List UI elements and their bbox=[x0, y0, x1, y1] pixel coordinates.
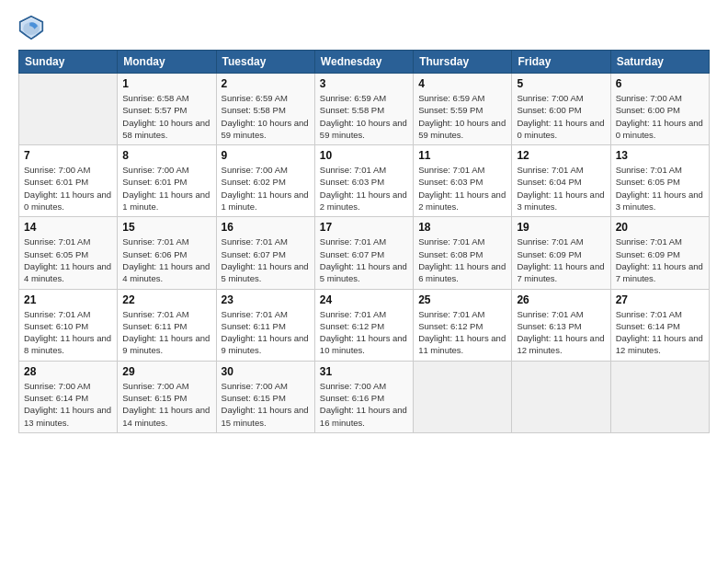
day-info: Sunrise: 7:00 AMSunset: 6:01 PMDaylight:… bbox=[122, 164, 210, 213]
day-number: 26 bbox=[517, 293, 605, 306]
calendar-cell: 16Sunrise: 7:01 AMSunset: 6:07 PMDayligh… bbox=[216, 217, 314, 289]
day-number: 10 bbox=[320, 149, 408, 162]
weekday-header-thursday: Thursday bbox=[414, 51, 512, 74]
calendar-cell bbox=[414, 361, 512, 432]
calendar-cell: 4Sunrise: 6:59 AMSunset: 5:59 PMDaylight… bbox=[414, 74, 512, 145]
calendar-cell: 5Sunrise: 7:00 AMSunset: 6:00 PMDaylight… bbox=[512, 74, 610, 145]
day-number: 29 bbox=[122, 365, 210, 378]
day-number: 16 bbox=[222, 221, 310, 234]
day-info: Sunrise: 7:00 AMSunset: 6:15 PMDaylight:… bbox=[122, 380, 210, 429]
day-info: Sunrise: 7:01 AMSunset: 6:11 PMDaylight:… bbox=[222, 308, 310, 357]
day-number: 1 bbox=[122, 77, 210, 90]
calendar-cell: 12Sunrise: 7:01 AMSunset: 6:04 PMDayligh… bbox=[512, 145, 610, 217]
weekday-header-monday: Monday bbox=[118, 51, 216, 74]
calendar-table: SundayMondayTuesdayWednesdayThursdayFrid… bbox=[18, 50, 710, 433]
day-info: Sunrise: 7:01 AMSunset: 6:07 PMDaylight:… bbox=[320, 236, 408, 284]
calendar-cell: 21Sunrise: 7:01 AMSunset: 6:10 PMDayligh… bbox=[19, 289, 118, 361]
day-number: 3 bbox=[320, 77, 408, 90]
calendar-cell: 17Sunrise: 7:01 AMSunset: 6:07 PMDayligh… bbox=[314, 217, 413, 289]
calendar-cell: 27Sunrise: 7:01 AMSunset: 6:14 PMDayligh… bbox=[610, 289, 709, 361]
day-info: Sunrise: 7:01 AMSunset: 6:14 PMDaylight:… bbox=[616, 308, 704, 357]
calendar-cell: 31Sunrise: 7:00 AMSunset: 6:16 PMDayligh… bbox=[314, 361, 413, 432]
day-info: Sunrise: 6:59 AMSunset: 5:58 PMDaylight:… bbox=[222, 92, 310, 141]
calendar-cell: 10Sunrise: 7:01 AMSunset: 6:03 PMDayligh… bbox=[314, 145, 413, 217]
day-number: 19 bbox=[517, 221, 605, 234]
day-info: Sunrise: 7:01 AMSunset: 6:03 PMDaylight:… bbox=[320, 164, 408, 213]
calendar-cell bbox=[19, 74, 118, 145]
day-info: Sunrise: 7:00 AMSunset: 6:02 PMDaylight:… bbox=[222, 164, 310, 213]
day-number: 14 bbox=[24, 221, 112, 234]
weekday-header-tuesday: Tuesday bbox=[216, 51, 314, 74]
page: SundayMondayTuesdayWednesdayThursdayFrid… bbox=[0, 0, 728, 442]
calendar-cell: 6Sunrise: 7:00 AMSunset: 6:00 PMDaylight… bbox=[610, 74, 709, 145]
day-number: 22 bbox=[122, 293, 210, 306]
calendar-cell: 1Sunrise: 6:58 AMSunset: 5:57 PMDaylight… bbox=[118, 74, 216, 145]
calendar-cell: 18Sunrise: 7:01 AMSunset: 6:08 PMDayligh… bbox=[414, 217, 512, 289]
day-number: 30 bbox=[222, 365, 310, 378]
day-number: 28 bbox=[24, 365, 112, 378]
day-info: Sunrise: 7:01 AMSunset: 6:10 PMDaylight:… bbox=[24, 308, 112, 357]
day-info: Sunrise: 7:01 AMSunset: 6:05 PMDaylight:… bbox=[616, 164, 704, 213]
day-info: Sunrise: 6:59 AMSunset: 5:59 PMDaylight:… bbox=[418, 92, 506, 141]
calendar-cell: 7Sunrise: 7:00 AMSunset: 6:01 PMDaylight… bbox=[19, 145, 118, 217]
day-number: 2 bbox=[222, 77, 310, 90]
day-info: Sunrise: 7:00 AMSunset: 6:01 PMDaylight:… bbox=[24, 164, 112, 213]
day-number: 13 bbox=[616, 149, 704, 162]
day-number: 20 bbox=[616, 221, 704, 234]
weekday-header-saturday: Saturday bbox=[610, 51, 709, 74]
calendar-cell: 28Sunrise: 7:00 AMSunset: 6:14 PMDayligh… bbox=[19, 361, 118, 432]
day-info: Sunrise: 7:01 AMSunset: 6:06 PMDaylight:… bbox=[122, 236, 210, 284]
calendar-cell: 30Sunrise: 7:00 AMSunset: 6:15 PMDayligh… bbox=[216, 361, 314, 432]
calendar-cell: 25Sunrise: 7:01 AMSunset: 6:12 PMDayligh… bbox=[414, 289, 512, 361]
day-info: Sunrise: 7:01 AMSunset: 6:09 PMDaylight:… bbox=[616, 236, 704, 284]
calendar-header: SundayMondayTuesdayWednesdayThursdayFrid… bbox=[19, 51, 710, 74]
day-number: 17 bbox=[320, 221, 408, 234]
day-info: Sunrise: 7:01 AMSunset: 6:07 PMDaylight:… bbox=[222, 236, 310, 284]
day-info: Sunrise: 7:01 AMSunset: 6:08 PMDaylight:… bbox=[418, 236, 506, 284]
calendar-cell: 11Sunrise: 7:01 AMSunset: 6:03 PMDayligh… bbox=[414, 145, 512, 217]
day-info: Sunrise: 7:01 AMSunset: 6:11 PMDaylight:… bbox=[122, 308, 210, 357]
day-info: Sunrise: 6:58 AMSunset: 5:57 PMDaylight:… bbox=[122, 92, 210, 141]
day-number: 25 bbox=[418, 293, 506, 306]
calendar-cell: 15Sunrise: 7:01 AMSunset: 6:06 PMDayligh… bbox=[118, 217, 216, 289]
day-number: 4 bbox=[418, 77, 506, 90]
day-number: 23 bbox=[222, 293, 310, 306]
calendar-cell: 13Sunrise: 7:01 AMSunset: 6:05 PMDayligh… bbox=[610, 145, 709, 217]
calendar-cell: 26Sunrise: 7:01 AMSunset: 6:13 PMDayligh… bbox=[512, 289, 610, 361]
day-number: 24 bbox=[320, 293, 408, 306]
day-number: 11 bbox=[418, 149, 506, 162]
day-info: Sunrise: 7:01 AMSunset: 6:03 PMDaylight:… bbox=[418, 164, 506, 213]
day-number: 27 bbox=[616, 293, 704, 306]
weekday-header-row: SundayMondayTuesdayWednesdayThursdayFrid… bbox=[19, 51, 710, 74]
day-info: Sunrise: 6:59 AMSunset: 5:58 PMDaylight:… bbox=[320, 92, 408, 141]
day-info: Sunrise: 7:01 AMSunset: 6:05 PMDaylight:… bbox=[24, 236, 112, 284]
calendar-cell: 14Sunrise: 7:01 AMSunset: 6:05 PMDayligh… bbox=[19, 217, 118, 289]
day-info: Sunrise: 7:00 AMSunset: 6:00 PMDaylight:… bbox=[517, 92, 605, 141]
calendar-week-3: 21Sunrise: 7:01 AMSunset: 6:10 PMDayligh… bbox=[19, 289, 710, 361]
calendar-cell bbox=[610, 361, 709, 432]
day-info: Sunrise: 7:01 AMSunset: 6:12 PMDaylight:… bbox=[418, 308, 506, 357]
day-number: 5 bbox=[517, 77, 605, 90]
day-number: 7 bbox=[24, 149, 112, 162]
calendar-cell: 8Sunrise: 7:00 AMSunset: 6:01 PMDaylight… bbox=[118, 145, 216, 217]
calendar-cell: 23Sunrise: 7:01 AMSunset: 6:11 PMDayligh… bbox=[216, 289, 314, 361]
calendar-cell: 3Sunrise: 6:59 AMSunset: 5:58 PMDaylight… bbox=[314, 74, 413, 145]
calendar-cell: 2Sunrise: 6:59 AMSunset: 5:58 PMDaylight… bbox=[216, 74, 314, 145]
logo bbox=[18, 15, 50, 40]
calendar-week-1: 7Sunrise: 7:00 AMSunset: 6:01 PMDaylight… bbox=[19, 145, 710, 217]
day-number: 6 bbox=[616, 77, 704, 90]
calendar-cell bbox=[512, 361, 610, 432]
weekday-header-friday: Friday bbox=[512, 51, 610, 74]
day-info: Sunrise: 7:01 AMSunset: 6:12 PMDaylight:… bbox=[320, 308, 408, 357]
day-number: 12 bbox=[517, 149, 605, 162]
day-info: Sunrise: 7:01 AMSunset: 6:04 PMDaylight:… bbox=[517, 164, 605, 213]
day-info: Sunrise: 7:00 AMSunset: 6:15 PMDaylight:… bbox=[222, 380, 310, 429]
day-number: 8 bbox=[122, 149, 210, 162]
weekday-header-sunday: Sunday bbox=[19, 51, 118, 74]
calendar-cell: 22Sunrise: 7:01 AMSunset: 6:11 PMDayligh… bbox=[118, 289, 216, 361]
day-number: 31 bbox=[320, 365, 408, 378]
calendar-cell: 19Sunrise: 7:01 AMSunset: 6:09 PMDayligh… bbox=[512, 217, 610, 289]
day-number: 15 bbox=[122, 221, 210, 234]
day-info: Sunrise: 7:01 AMSunset: 6:09 PMDaylight:… bbox=[517, 236, 605, 284]
day-info: Sunrise: 7:00 AMSunset: 6:00 PMDaylight:… bbox=[616, 92, 704, 141]
